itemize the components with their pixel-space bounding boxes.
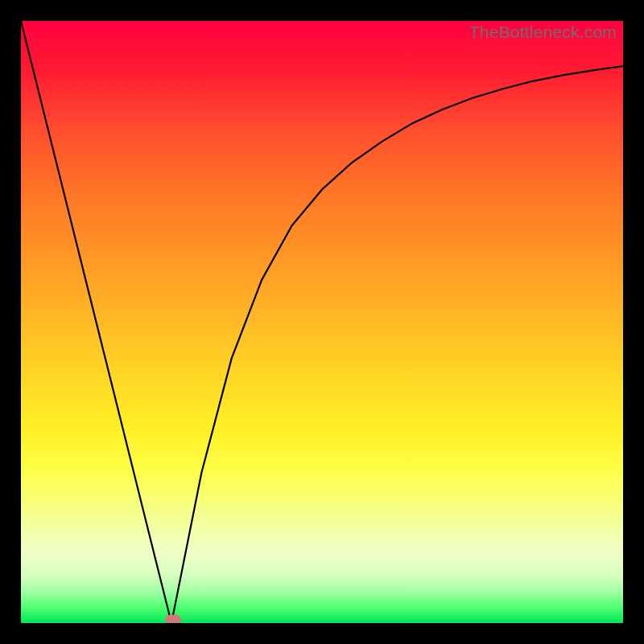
chart-frame: TheBottleneck.com (0, 0, 644, 644)
plot-area: TheBottleneck.com (21, 21, 623, 623)
curve-svg (21, 21, 623, 623)
bottleneck-curve (21, 21, 623, 623)
notch-marker (165, 615, 181, 623)
